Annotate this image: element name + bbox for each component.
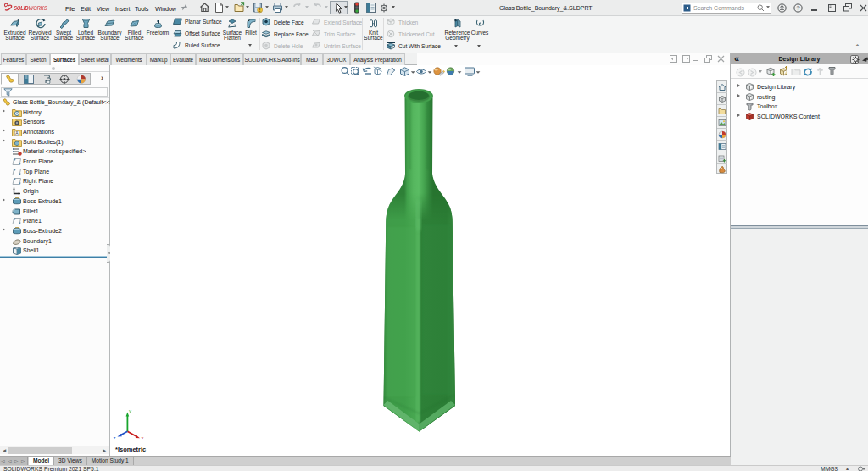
svg-text:x: x bbox=[142, 435, 144, 439]
svg-text:!: ! bbox=[259, 7, 261, 13]
svg-text:z: z bbox=[114, 435, 116, 439]
svg-text:?: ? bbox=[796, 4, 799, 12]
svg-text:y: y bbox=[129, 408, 131, 413]
